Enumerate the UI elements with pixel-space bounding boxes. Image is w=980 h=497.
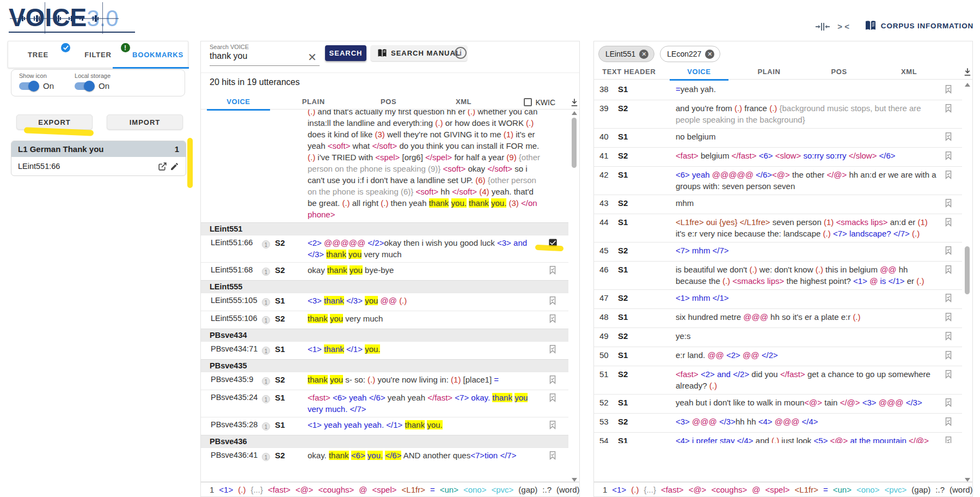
scrollbar-up-icon[interactable] — [965, 83, 970, 87]
bookmark-row-icon[interactable] — [548, 450, 568, 463]
bookmark-row-icon[interactable] — [944, 102, 962, 125]
utterance-token: <4> — [758, 417, 773, 426]
bookmark-row-icon[interactable] — [944, 292, 962, 306]
scrollbar-down-icon[interactable] — [965, 478, 970, 482]
result-row[interactable]: PBsve435:281S1<1> yeah yeah yeah. </1> t… — [201, 417, 568, 435]
tab-bookmarks[interactable]: BOOKMARKS — [128, 41, 188, 68]
result-row-continued[interactable]: (.) and that's actually my first questio… — [201, 110, 568, 222]
utterance-token: <7> — [833, 229, 847, 238]
utterance-text: <fast> <2> and </2> did you </fast> get … — [645, 368, 944, 391]
utterance-token: </4> — [737, 436, 754, 443]
result-row[interactable]: PBsve435:91S2thank you s- so: (.) you're… — [201, 372, 568, 390]
result-row[interactable]: PBsve434:711S1<1> thank </1> you. — [201, 341, 568, 359]
bookmark-row-icon[interactable] — [944, 131, 962, 144]
utterance-token: 1 — [210, 485, 214, 494]
result-row[interactable]: PBsve436:411S2okay. thank <6> you. </6> … — [201, 447, 568, 465]
utterance-token: </L1fre> — [740, 217, 770, 227]
search-input[interactable] — [210, 51, 303, 61]
search-input-underline — [210, 65, 320, 66]
tab-voice[interactable]: VOICE — [201, 94, 276, 110]
bookmark-item[interactable]: LEint551:66 — [11, 157, 186, 175]
utterance-token: (word) — [950, 485, 973, 494]
tab-text-header[interactable]: TEXT HEADER — [594, 64, 664, 80]
bookmark-row-icon[interactable] — [944, 368, 962, 391]
search-manual-button[interactable]: SEARCH MANUAL — [371, 45, 467, 61]
align-center-icon[interactable] — [816, 22, 830, 31]
bookmark-row-icon[interactable] — [548, 313, 568, 326]
scrollbar-up-icon[interactable] — [572, 111, 577, 115]
scrollbar-thumb[interactable] — [965, 246, 970, 294]
bookmark-row-icon[interactable] — [548, 392, 568, 415]
scrollbar-down-icon[interactable] — [572, 478, 577, 482]
bookmark-row-icon[interactable] — [944, 245, 962, 258]
clear-search-icon[interactable]: ✕ — [308, 51, 317, 64]
collapse-panels-icon[interactable]: > < — [837, 22, 849, 31]
local-storage-label: Local storage — [75, 72, 111, 79]
utterance-text: <1> yeah yeah yeah. </1> thank you. — [296, 419, 548, 433]
bookmark-row-icon[interactable] — [944, 311, 962, 325]
speaker-label: S2 — [275, 264, 296, 278]
import-button[interactable]: IMPORT — [107, 114, 183, 130]
tab-plain[interactable]: PLAIN — [276, 94, 351, 110]
tab-voice[interactable]: VOICE — [664, 64, 734, 80]
bookmark-row-icon[interactable] — [944, 197, 962, 211]
edit-pencil-icon[interactable] — [168, 161, 180, 172]
local-storage-toggle[interactable] — [75, 82, 93, 90]
utterance-token: hh so it's er a plate e:r — [770, 312, 850, 322]
result-row[interactable]: LEint551:681S2okay thank you bye-bye — [201, 262, 568, 280]
utterance-token: </2> — [733, 369, 749, 379]
utterance-token: you. — [491, 198, 506, 208]
info-icon[interactable]: i — [455, 47, 467, 59]
tab-pos[interactable]: POS — [804, 64, 874, 80]
utterance-text: <3> @@@ </3>hh hh <4> @@@ </4> — [645, 416, 944, 429]
tab-xml[interactable]: XML — [874, 64, 944, 80]
transcript-row: 53S2<3> @@@ </3>hh hh <4> @@@ </4> — [594, 413, 962, 432]
bookmark-group-header[interactable]: L1 German Thank you 1 — [11, 141, 186, 157]
result-row[interactable]: LEint555:1051S1<3> thank </3> you @@ (.) — [201, 293, 568, 311]
bookmark-row-icon[interactable] — [944, 416, 962, 429]
tab-tree[interactable]: TREE — [8, 41, 68, 68]
bookmark-row-icon[interactable] — [944, 330, 962, 344]
utterance-token: we: don't know — [759, 265, 813, 274]
tab-filter[interactable]: FILTER ! — [68, 41, 128, 68]
chip-leint551[interactable]: LEint551 ✕ — [598, 46, 654, 62]
search-button[interactable]: SEARCH — [325, 45, 366, 61]
chip-close-icon[interactable]: ✕ — [705, 50, 714, 59]
bookmark-row-icon[interactable] — [944, 397, 962, 410]
utterance-token: (3) — [375, 130, 384, 139]
bookmark-row-icon[interactable] — [944, 150, 962, 163]
tab-xml[interactable]: XML — [426, 94, 501, 110]
bookmark-row-icon[interactable] — [548, 264, 568, 278]
download-icon[interactable] — [963, 67, 972, 77]
bookmark-row-icon[interactable] — [548, 419, 568, 433]
download-icon[interactable] — [569, 98, 579, 107]
tab-pos[interactable]: POS — [351, 94, 426, 110]
bookmark-row-icon[interactable] — [944, 216, 962, 239]
bookmark-row-icon[interactable] — [944, 264, 962, 287]
bookmark-row-icon[interactable] — [944, 349, 962, 363]
result-row[interactable]: PBsve435:241S1<fast> <6> yeah </6> yeah … — [201, 390, 568, 417]
tab-plain[interactable]: PLAIN — [734, 64, 804, 80]
result-row[interactable]: LEint555:1061S2thank you very much — [201, 311, 568, 329]
utterance-text: okay. thank <6> you. </6> AND another qu… — [296, 450, 548, 463]
chip-close-icon[interactable]: ✕ — [639, 50, 648, 59]
utterance-token: you. — [365, 344, 380, 354]
utterance-token: <pvc> — [491, 485, 513, 494]
show-icon-toggle[interactable] — [19, 82, 38, 90]
bookmark-row-icon[interactable] — [548, 295, 568, 308]
bookmark-group-title: L1 German Thank you — [18, 144, 104, 154]
bookmark-row-icon[interactable] — [944, 169, 962, 192]
result-row[interactable]: LEint551:661S2<2> @@@@@ </2>okay then i … — [201, 235, 568, 262]
tab-voice-label: VOICE — [687, 68, 710, 76]
kwic-checkbox[interactable]: KWIC — [524, 98, 555, 107]
bookmark-row-icon[interactable] — [548, 343, 568, 357]
bookmark-row-icon[interactable] — [944, 83, 962, 97]
active-tab-indicator — [113, 67, 189, 69]
speaker-label: S2 — [618, 102, 645, 125]
bookmark-row-icon[interactable] — [944, 435, 962, 443]
scrollbar-thumb[interactable] — [572, 118, 577, 168]
chip-lecon227[interactable]: LEcon227 ✕ — [660, 46, 720, 62]
open-in-new-icon[interactable] — [156, 161, 168, 172]
corpus-information-button[interactable]: CORPUS INFORMATION — [865, 21, 973, 31]
bookmark-row-icon[interactable] — [548, 374, 568, 387]
